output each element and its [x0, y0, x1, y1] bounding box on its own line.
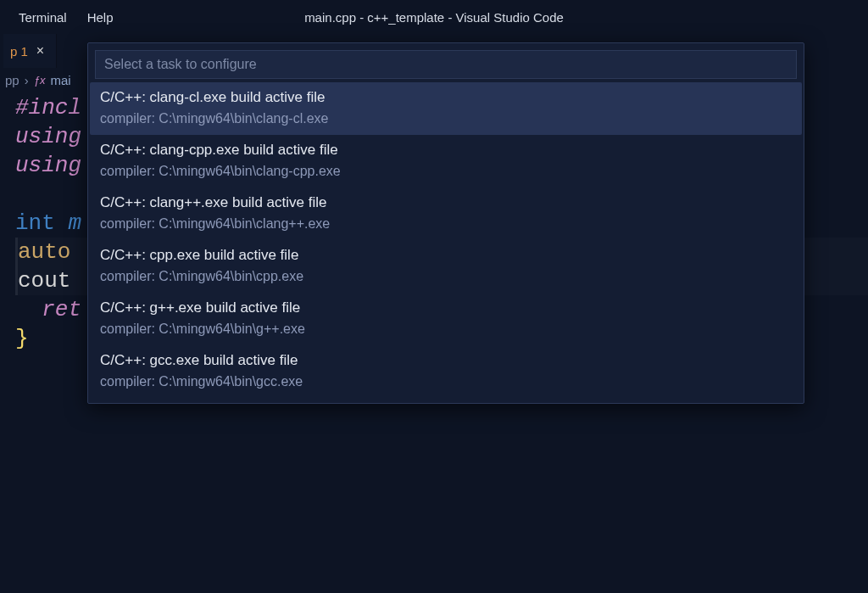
task-item-desc: compiler: C:\mingw64\bin\gcc.exe [100, 372, 792, 391]
task-item[interactable]: C/C++: clang++.exe build active filecomp… [90, 187, 802, 240]
task-item-desc: compiler: C:\mingw64\bin\cpp.exe [100, 267, 792, 286]
task-picker: Select a task to configure C/C++: clang-… [87, 42, 804, 404]
menu-terminal[interactable]: Terminal [8, 7, 77, 28]
task-item[interactable]: C/C++: cpp.exe build active filecompiler… [90, 240, 802, 293]
task-item-desc: compiler: C:\mingw64\bin\clang++.exe [100, 215, 792, 233]
task-item[interactable]: C/C++: clang-cl.exe build active filecom… [90, 82, 802, 135]
tab-label: p 1 [10, 44, 28, 59]
close-icon[interactable]: × [35, 43, 46, 59]
breadcrumb-function: mai [50, 73, 70, 87]
task-picker-input[interactable]: Select a task to configure [95, 50, 797, 79]
task-item-title: C/C++: clang-cpp.exe build active file [100, 140, 792, 160]
window-title: main.cpp - c++_template - Visual Studio … [0, 10, 868, 25]
function-icon: ƒx [34, 74, 46, 87]
tab-main-cpp[interactable]: p 1 × [3, 34, 57, 68]
task-item-desc: compiler: C:\mingw64\bin\clang-cpp.exe [100, 162, 792, 181]
task-item-title: C/C++: gcc.exe build active file [100, 350, 792, 371]
task-item-title: C/C++: clang-cl.exe build active file [100, 87, 792, 108]
task-item[interactable]: C/C++: gcc.exe build active filecompiler… [90, 345, 802, 398]
breadcrumb-file: pp [5, 73, 19, 87]
task-picker-list: C/C++: clang-cl.exe build active filecom… [88, 82, 804, 403]
task-item[interactable]: C/C++: clang-cpp.exe build active fileco… [90, 135, 802, 187]
menubar: Terminal Help main.cpp - c++_template - … [0, 0, 868, 34]
task-item-desc: compiler: C:\mingw64\bin\g++.exe [100, 320, 792, 338]
task-item-title: C/C++: cpp.exe build active file [100, 245, 792, 266]
task-item[interactable]: C/C++: g++.exe build active filecompiler… [90, 293, 802, 345]
menu-help[interactable]: Help [77, 7, 124, 28]
task-item-desc: compiler: C:\mingw64\bin\clang-cl.exe [100, 109, 792, 128]
task-picker-placeholder: Select a task to configure [104, 57, 257, 72]
chevron-right-icon: › [25, 73, 29, 87]
task-item-title: C/C++: clang++.exe build active file [100, 193, 792, 213]
task-item-title: C/C++: g++.exe build active file [100, 298, 792, 318]
